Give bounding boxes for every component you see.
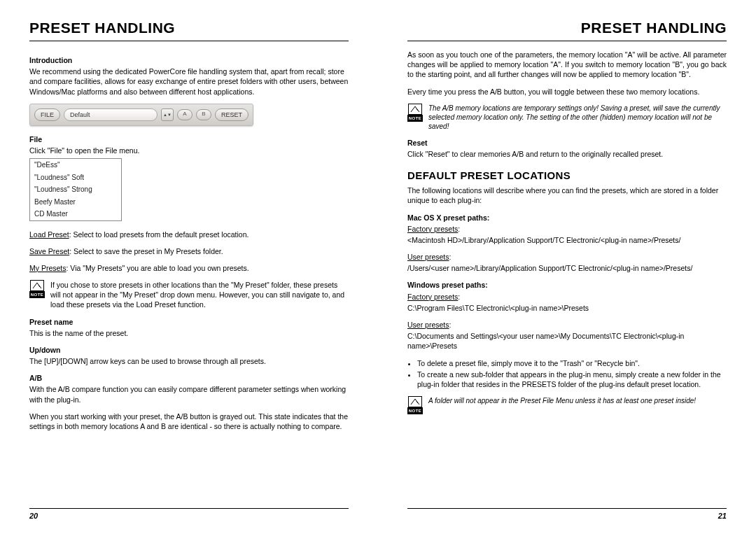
tips-list: To delete a preset file, simply move it … [407,358,727,390]
page-spread: PRESET HANDLING Introduction We recommen… [0,0,756,534]
note-block-1: NOTE If you chose to store presets in ot… [29,280,349,310]
file-menu: "DeEss" "Loudness" Soft "Loudness" Stron… [29,158,122,221]
header-rule-left: PRESET HANDLING [29,20,349,41]
mac-factory-path: <Macintosh HD>/Library/Application Suppo… [407,235,727,245]
menu-item[interactable]: CD Master [30,208,121,220]
note-block-3: NOTE A folder will not appear in the Pre… [407,396,727,414]
page-number-left: 20 [29,508,349,520]
file-heading: File [29,134,349,144]
note-block-2: NOTE The A/B memory locations are tempor… [407,104,727,131]
my-presets-label: My Presets [29,264,66,272]
b-button[interactable]: B [196,109,211,120]
ab-text-2: When you start working with your preset,… [29,412,349,431]
updown-heading: Up/down [29,345,349,355]
note-text-1: If you chose to store presets in other l… [50,280,349,310]
save-preset-label: Save Preset [29,247,69,255]
mac-user-path: /Users/<user name>/Library/Application S… [407,263,727,273]
win-factory-line: Factory presets: [407,292,727,302]
svg-rect-2 [409,397,422,407]
ab-heading: A/B [29,373,349,383]
page-number-right: 21 [407,508,727,520]
tip-delete: To delete a preset file, simply move it … [417,358,727,368]
note-icon: NOTE [407,396,423,414]
content-left: Introduction We recommend using the dedi… [29,50,349,508]
menu-item[interactable]: "DeEss" [30,159,121,171]
preset-name-text: This is the name of the preset. [29,328,349,338]
content-right: As soon as you touch one of the paramete… [407,50,727,508]
load-preset-line: Load Preset: Select to load presets from… [29,230,349,239]
menu-item[interactable]: "Loudness" Strong [30,183,121,196]
my-presets-line: My Presets: Via "My Presets" you are abl… [29,263,349,273]
intro-text: We recommend using the dedicated PowerCo… [29,66,349,97]
updown-stepper[interactable]: ▲▼ [161,108,174,121]
updown-text: The [UP]/[DOWN] arrow keys can be used t… [29,356,349,366]
note-icon: NOTE [29,280,45,310]
note-text-2: The A/B memory locations are temporary s… [428,104,727,131]
ab-text-1: With the A/B compare function you can ea… [29,384,349,404]
mac-user-line: User presets: [407,252,727,262]
note-icon: NOTE [407,104,423,131]
file-button[interactable]: FILE [34,108,60,121]
page-left: PRESET HANDLING Introduction We recommen… [0,0,378,534]
reset-heading: Reset [407,138,727,148]
save-preset-line: Save Preset: Select to save the preset i… [29,246,349,256]
reset-button[interactable]: RESET [215,108,248,121]
preset-name-heading: Preset name [29,317,349,327]
a-button[interactable]: A [177,109,192,120]
page-title-left: PRESET HANDLING [29,20,349,36]
reset-text: Click "Reset" to clear memories A/B and … [407,149,727,159]
note-text-3: A folder will not appear in the Preset F… [428,396,696,414]
menu-item[interactable]: Beefy Master [30,196,121,209]
win-user-path: C:\Documents and Settings\<your user nam… [407,331,727,351]
ab-continue-1: As soon as you touch one of the paramete… [407,50,727,80]
win-factory-path: C:\Program Files\TC Electronic\<plug-in … [407,303,727,313]
file-text: Click "File" to open the File menu. [29,146,349,155]
header-rule-right: PRESET HANDLING [407,20,727,41]
page-right: PRESET HANDLING As soon as you touch one… [378,0,756,534]
win-paths-heading: Windows preset paths: [407,280,727,290]
ab-continue-2: Every time you press the A/B button, you… [407,87,727,97]
load-preset-label: Load Preset [29,230,69,239]
svg-rect-1 [409,104,422,114]
svg-rect-0 [31,281,44,291]
default-locations-heading: DEFAULT PRESET LOCATIONS [407,169,727,183]
page-title-right: PRESET HANDLING [407,20,727,36]
menu-item[interactable]: "Loudness" Soft [30,171,121,184]
preset-name-field[interactable]: Default [64,108,158,121]
default-locations-text: The following locations will describe wh… [407,185,727,205]
plugin-toolbar: FILE Default ▲▼ A B RESET [29,104,253,126]
intro-heading: Introduction [29,55,349,65]
tip-subfolder: To create a new sub-folder that appears … [417,370,727,389]
mac-paths-heading: Mac OS X preset paths: [407,213,727,223]
mac-factory-line: Factory presets: [407,224,727,234]
win-user-line: User presets: [407,320,727,330]
